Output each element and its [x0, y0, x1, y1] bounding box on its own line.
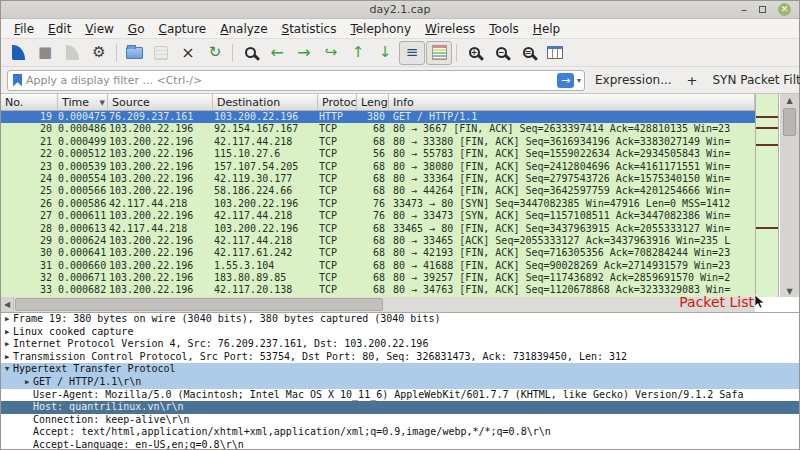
column-header-length[interactable]: Length: [357, 94, 389, 110]
expand-arrow-icon[interactable]: ▼: [1, 363, 13, 376]
expression-button[interactable]: Expression...: [591, 71, 676, 89]
window-title: day2.1.cap: [370, 3, 431, 16]
packet-row[interactable]: 280.00061342.117.44.218103.200.22.196TCP…: [1, 223, 755, 235]
packet-row[interactable]: 290.000624103.200.22.19642.117.44.218TCP…: [1, 235, 755, 247]
packet-row[interactable]: 250.000566103.200.22.19658.186.224.66TCP…: [1, 185, 755, 197]
column-header-source[interactable]: Source: [108, 94, 213, 110]
detail-row[interactable]: User-Agent: Mozilla/5.0 (Macintosh; Inte…: [1, 389, 799, 402]
detail-text: Accept-Language: en-US,en;q=0.8\r\n: [33, 439, 244, 449]
resize-columns-icon[interactable]: [542, 41, 568, 65]
colorize-icon[interactable]: [426, 41, 452, 65]
menu-analyze[interactable]: Analyze: [213, 20, 274, 38]
menu-statistics[interactable]: Statistics: [275, 20, 344, 38]
packet-row[interactable]: 260.00058642.117.44.218103.200.22.196TCP…: [1, 198, 755, 210]
detail-row[interactable]: ▶Transmission Control Protocol, Src Port…: [1, 351, 799, 364]
minimap-mark: [756, 144, 778, 146]
expand-arrow-icon[interactable]: ▶: [1, 326, 13, 339]
scroll-left-icon[interactable]: ◀: [1, 297, 14, 312]
open-file-icon[interactable]: [121, 41, 147, 65]
go-back-icon[interactable]: ←: [264, 41, 290, 65]
reload-icon[interactable]: ↻: [202, 41, 228, 65]
window-buttons: – ✕: [741, 1, 791, 18]
detail-row[interactable]: ▼Hypertext Transfer Protocol: [1, 363, 799, 376]
packet-row[interactable]: 330.000682103.200.22.19642.117.20.138TCP…: [1, 284, 755, 296]
detail-row[interactable]: ▶Frame 19: 380 bytes on wire (3040 bits)…: [1, 313, 799, 326]
column-header-time[interactable]: Time▼: [58, 94, 108, 110]
packet-row[interactable]: 300.000641103.200.22.19642.117.61.242TCP…: [1, 247, 755, 259]
minimize-button-icon[interactable]: –: [741, 6, 747, 14]
detail-row[interactable]: Connection: keep-alive\r\n: [1, 414, 799, 427]
menu-wireless[interactable]: Wireless: [418, 20, 482, 38]
packet-row[interactable]: 200.000486103.200.22.19692.154.167.167TC…: [1, 123, 755, 135]
detail-row[interactable]: Accept: text/html,application/xhtml+xml,…: [1, 426, 799, 439]
last-packet-icon[interactable]: ↓: [372, 41, 398, 65]
start-capture-icon[interactable]: [5, 41, 31, 65]
goto-packet-icon[interactable]: ↪: [318, 41, 344, 65]
main-toolbar: ■⚙×↻←→↪↑↓≡+−=: [1, 39, 799, 67]
expand-arrow-icon[interactable]: ▶: [1, 313, 13, 326]
menu-view[interactable]: View: [78, 20, 120, 38]
packet-row[interactable]: 270.000611103.200.22.19642.117.44.218TCP…: [1, 210, 755, 222]
saved-filter-syn-packet-filter[interactable]: SYN Packet Filter: [709, 71, 800, 89]
zoom-out-icon[interactable]: −: [488, 41, 514, 65]
menu-capture[interactable]: Capture: [151, 20, 213, 38]
capture-options-icon[interactable]: ⚙: [86, 41, 112, 65]
packet-row[interactable]: 320.000671103.200.22.196183.80.89.85TCP6…: [1, 272, 755, 284]
bookmark-icon[interactable]: [13, 74, 22, 87]
menu-telephony[interactable]: Telephony: [343, 20, 418, 38]
column-header-protocol[interactable]: Protocol: [318, 94, 357, 110]
apply-filter-icon[interactable]: →: [557, 73, 574, 88]
packet-row[interactable]: 240.000554103.200.22.19642.119.30.177TCP…: [1, 173, 755, 185]
first-packet-icon[interactable]: ↑: [345, 41, 371, 65]
detail-text: Accept: text/html,application/xhtml+xml,…: [33, 426, 551, 439]
horizontal-scrollbar-thumb[interactable]: [15, 298, 383, 311]
find-packet-icon[interactable]: [237, 41, 263, 65]
scroll-down-icon[interactable]: ▼: [786, 285, 792, 297]
packet-row[interactable]: 210.000499103.200.22.19642.117.44.218TCP…: [1, 136, 755, 148]
packet-row[interactable]: 310.000660103.200.22.1961.55.3.104TCP688…: [1, 260, 755, 272]
menu-edit[interactable]: Edit: [41, 20, 78, 38]
save-file-icon[interactable]: [148, 41, 174, 65]
detail-row[interactable]: Host: quantrilinux.vn\r\n: [1, 401, 799, 414]
detail-text: Host: quantrilinux.vn\r\n: [33, 401, 184, 414]
packet-row[interactable]: 190.00047576.209.237.161103.200.22.196HT…: [1, 111, 755, 123]
packet-minimap-scrollbar[interactable]: [755, 94, 779, 297]
close-button-icon[interactable]: ✕: [778, 3, 791, 16]
menu-go[interactable]: Go: [121, 20, 152, 38]
zoom-original-icon[interactable]: =: [515, 41, 541, 65]
packet-row[interactable]: 220.000512103.200.22.196115.10.27.6TCP56…: [1, 148, 755, 160]
maximize-button-icon[interactable]: [759, 6, 766, 13]
menu-bar: FileEditViewGoCaptureAnalyzeStatisticsTe…: [1, 19, 799, 39]
display-filter-field[interactable]: → ▾: [7, 70, 585, 91]
menu-file[interactable]: File: [7, 20, 41, 38]
add-filter-button[interactable]: +: [682, 71, 703, 90]
column-header-no[interactable]: No.: [1, 94, 58, 110]
autoscroll-icon[interactable]: ≡: [399, 41, 425, 65]
horizontal-scrollbar[interactable]: ◀: [1, 297, 755, 312]
filter-history-caret-icon[interactable]: ▾: [577, 76, 581, 85]
vertical-scrollbar[interactable]: ▲ ▼: [780, 94, 799, 297]
restart-capture-icon[interactable]: [59, 41, 85, 65]
stop-capture-icon[interactable]: ■: [32, 41, 58, 65]
scroll-up-icon[interactable]: ▲: [786, 94, 792, 106]
close-file-icon[interactable]: ×: [175, 41, 201, 65]
title-bar[interactable]: day2.1.cap – ✕: [1, 1, 799, 19]
menu-help[interactable]: Help: [526, 20, 567, 38]
vertical-scrollbar-thumb[interactable]: [783, 108, 796, 136]
expand-arrow-icon[interactable]: ▶: [1, 338, 13, 351]
display-filter-input[interactable]: [26, 74, 557, 87]
packet-row[interactable]: 230.000539103.200.22.196157.107.54.205TC…: [1, 161, 755, 173]
detail-row[interactable]: Accept-Language: en-US,en;q=0.8\r\n: [1, 439, 799, 449]
packet-list-annotation: Packet List: [679, 294, 767, 312]
expand-arrow-icon[interactable]: ▶: [21, 376, 33, 389]
column-header-destination[interactable]: Destination: [213, 94, 318, 110]
detail-row[interactable]: ▶Linux cooked capture: [1, 326, 799, 339]
zoom-in-icon[interactable]: +: [461, 41, 487, 65]
column-header-info[interactable]: Info: [389, 94, 755, 110]
detail-row[interactable]: ▶Internet Protocol Version 4, Src: 76.20…: [1, 338, 799, 351]
packet-list: No.Time▼SourceDestinationProtocolLengthI…: [1, 94, 799, 312]
detail-row[interactable]: ▶GET / HTTP/1.1\r\n: [1, 376, 799, 389]
menu-tools[interactable]: Tools: [482, 20, 526, 38]
go-forward-icon[interactable]: →: [291, 41, 317, 65]
expand-arrow-icon[interactable]: ▶: [1, 351, 13, 364]
